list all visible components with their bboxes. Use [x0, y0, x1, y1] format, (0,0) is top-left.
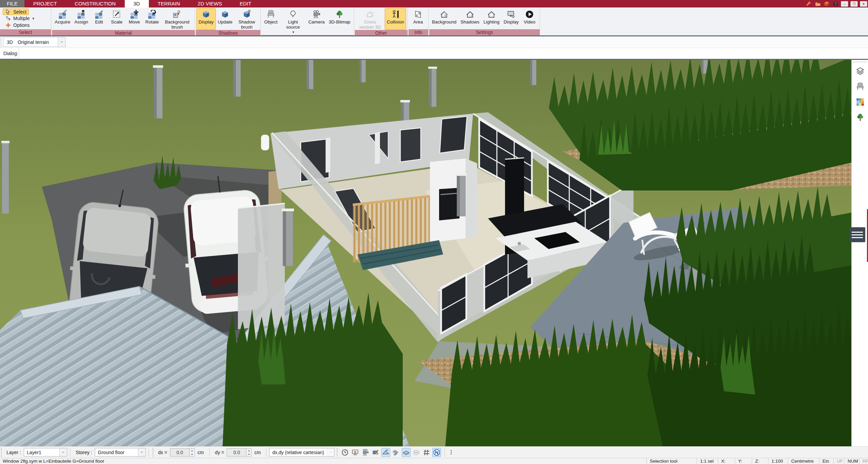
shadows-display-label: Display [198, 19, 213, 24]
tools-wrench-icon[interactable] [805, 1, 812, 7]
storey-label: Storey : [76, 450, 92, 455]
ribbon-group-shadows: Display Update Shadow brush Shadows [195, 8, 261, 35]
acquire-button[interactable]: Acquire [53, 8, 72, 30]
dx-input[interactable]: 0.0 [170, 448, 190, 457]
toolbar-overflow-handle[interactable] [450, 448, 452, 457]
close-button[interactable] [860, 1, 867, 7]
viewport-3d[interactable] [0, 60, 851, 446]
camera-path-icon[interactable] [361, 448, 370, 457]
bottombar-grip-2[interactable] [152, 448, 154, 457]
shadow-brush-button[interactable]: Shadow brush [235, 8, 259, 30]
collision-button[interactable]: Collision [385, 8, 406, 30]
layer-select[interactable]: Layer1 [24, 448, 67, 457]
status-unit[interactable]: Centimetre [788, 458, 819, 464]
house-shadows-icon [466, 9, 474, 19]
scale-button[interactable]: Scale [108, 8, 125, 30]
dy-spinner[interactable]: ▲▼ [246, 448, 251, 457]
grid-icon[interactable] [422, 448, 431, 457]
slabs-icon[interactable] [412, 448, 421, 457]
camera-label: Camera [308, 19, 325, 24]
scale-icon [112, 9, 121, 19]
shadows-display-button[interactable]: Display [196, 8, 215, 30]
dx-spinner[interactable]: ▲▼ [190, 448, 195, 457]
options-button[interactable]: Options [3, 22, 48, 28]
tab-project[interactable]: PROJECT [24, 0, 66, 7]
side-panel-grip[interactable] [853, 61, 867, 63]
status-uf: UF [833, 458, 844, 464]
toolbar-grip[interactable] [0, 37, 2, 47]
house-lighting-icon [487, 9, 496, 19]
roof-icon[interactable] [381, 448, 390, 457]
light-bulb-icon [289, 9, 297, 19]
status-message: Window 2flg.sym w L=Einbauteile G=Ground… [0, 459, 646, 464]
minimize-button[interactable] [841, 1, 848, 7]
coord-mode-select[interactable]: dx,dy (relative cartesian) [269, 448, 334, 457]
settings-display-button[interactable]: Display [502, 8, 521, 29]
scale-label: Scale [111, 19, 122, 24]
coord-mode-chevron-icon[interactable] [327, 448, 334, 456]
roof-tiles-icon[interactable] [392, 448, 400, 457]
video-button[interactable]: Video [521, 8, 538, 29]
help-icon[interactable] [832, 1, 839, 7]
select-button[interactable]: Select [3, 9, 29, 15]
settings-background-button[interactable]: Background [430, 8, 458, 29]
cross-section-label: Cross section 3D [358, 19, 383, 30]
light-source-button[interactable]: Light source [280, 8, 306, 35]
group-label-material: Material [51, 30, 195, 35]
move-button[interactable]: Move [125, 8, 143, 30]
cube-update-icon [221, 9, 229, 19]
storey-select-chevron-icon[interactable] [138, 448, 145, 456]
edit-button[interactable]: Edit [90, 8, 108, 30]
tab-construction[interactable]: CONSTRUCTION [66, 0, 125, 7]
viewport-3d-scene [0, 60, 851, 446]
material-palette-icon[interactable] [855, 97, 865, 107]
tab-2d-views[interactable]: 2D VIEWS [189, 0, 231, 7]
ceiling-slab-icon[interactable] [402, 448, 411, 457]
ribbon-group-settings: Background Shadows Lighting Display Vide… [429, 8, 540, 35]
coord-mode-value: dx,dy (relative cartesian) [270, 450, 327, 455]
layer-stack-icon[interactable] [855, 67, 865, 76]
bottombar-grip[interactable] [1, 448, 2, 457]
plants-tree-icon[interactable] [855, 113, 865, 122]
terrain-select-value[interactable]: Original terrain [18, 39, 58, 45]
clock-icon[interactable] [341, 448, 349, 457]
ribbon-group-info: Area Info [408, 8, 429, 35]
storey-select[interactable]: Ground floor [95, 448, 146, 457]
restore-button[interactable] [850, 1, 858, 7]
dy-unit: cm [254, 450, 261, 455]
status-ein[interactable]: Ein [819, 458, 833, 464]
tab-3d[interactable]: 3D [125, 0, 149, 7]
area-button[interactable]: Area [409, 8, 427, 29]
tab-file[interactable]: FILE [0, 0, 24, 7]
render-monitor-icon[interactable] [351, 448, 360, 457]
camera-button[interactable]: Camera [306, 8, 327, 35]
rotate-button[interactable]: Rotate [143, 8, 161, 30]
tab-terrain[interactable]: TERRAIN [149, 0, 189, 7]
package-icon[interactable] [823, 1, 830, 7]
north-arrow-icon[interactable] [432, 448, 441, 457]
dialog-label: Dialog: [0, 48, 19, 59]
camera-icon [312, 9, 321, 19]
settings-lighting-button[interactable]: Lighting [482, 8, 502, 29]
cross-section-3d-button[interactable]: Cross section 3D [355, 8, 385, 30]
layer-select-chevron-icon[interactable] [59, 448, 67, 456]
background-image-icon[interactable] [371, 448, 380, 457]
object-button[interactable]: Object [262, 8, 280, 35]
furniture-chair-icon[interactable] [855, 82, 865, 92]
multiple-button[interactable]: Multiple [3, 15, 48, 22]
shadows-update-button[interactable]: Update [216, 8, 235, 30]
panel-splitter-handle[interactable] [849, 227, 865, 242]
ribbon-tab-bar: FILE PROJECT CONSTRUCTION 3D TERRAIN 2D … [0, 0, 868, 7]
background-brush-icon [173, 9, 181, 19]
3d-bitmap-button[interactable]: 3D-Bitmap [327, 8, 352, 35]
terrain-select-chevron-icon[interactable] [58, 37, 65, 47]
status-num: NUM [844, 458, 859, 464]
project-folder-icon[interactable] [814, 1, 821, 7]
assign-button[interactable]: Assign [72, 8, 90, 30]
tab-edit[interactable]: EDIT [231, 0, 260, 7]
dy-input[interactable]: 0.0 [227, 448, 246, 457]
select-button-label: Select [13, 9, 27, 15]
settings-shadows-button[interactable]: Shadows [458, 8, 482, 29]
status-scale[interactable]: 1:100 [768, 458, 788, 464]
background-brush-button[interactable]: Background brush [161, 8, 193, 30]
